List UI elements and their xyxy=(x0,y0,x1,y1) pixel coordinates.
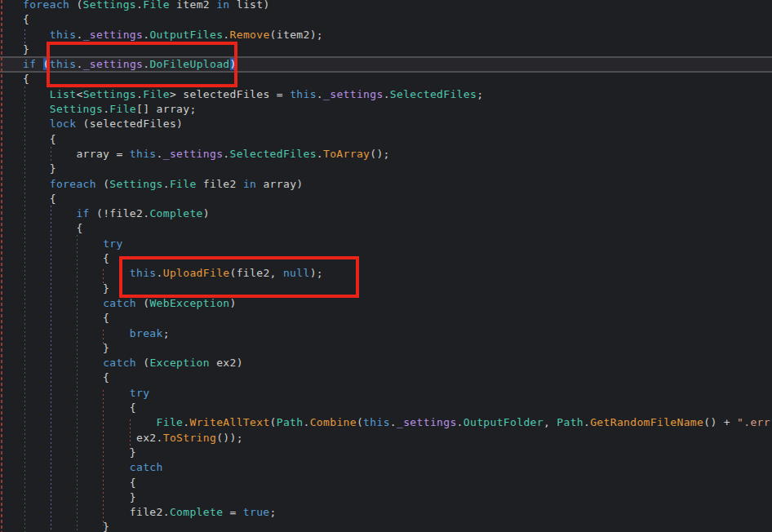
code-token: ToString xyxy=(163,432,216,444)
code-token: . xyxy=(157,267,163,279)
code-line[interactable]: foreach (Settings.File file2 in array) xyxy=(0,177,772,192)
code-token xyxy=(23,267,130,279)
code-line[interactable]: this.UploadFile(file2, null); xyxy=(0,266,772,281)
code-token: _settings xyxy=(323,88,384,100)
code-line[interactable]: } xyxy=(0,490,772,505)
code-token: DoFileUpload xyxy=(149,58,229,70)
code-token: Exception xyxy=(149,357,210,369)
code-line[interactable]: try xyxy=(0,386,772,401)
code-token: . xyxy=(317,88,323,100)
code-line[interactable]: } xyxy=(0,162,772,176)
code-line[interactable]: File.WriteAllText(Path.Combine(this._set… xyxy=(0,415,772,430)
code-token: null xyxy=(283,267,310,279)
code-line[interactable]: { xyxy=(0,251,772,266)
code-token: ) xyxy=(230,297,237,309)
code-token xyxy=(23,327,130,339)
code-line[interactable]: this._settings.OutputFiles.Remove(item2)… xyxy=(0,28,772,42)
code-line[interactable]: catch (WebException) xyxy=(0,296,772,311)
code-line[interactable]: catch xyxy=(0,460,772,475)
code-token: . xyxy=(317,148,323,160)
code-token: File xyxy=(157,416,184,428)
code-token: this xyxy=(50,29,77,41)
code-token: catch xyxy=(103,357,136,369)
code-token: . xyxy=(76,58,82,70)
code-token: Complete xyxy=(170,506,223,518)
code-token: this xyxy=(290,88,317,100)
brace-match-char: ( xyxy=(43,58,50,70)
code-token: (!file2. xyxy=(90,207,150,219)
code-line[interactable]: { xyxy=(0,311,772,326)
code-line[interactable]: { xyxy=(0,72,772,86)
code-token: UploadFile xyxy=(163,267,230,279)
code-token: catch xyxy=(130,461,163,473)
code-editor[interactable]: foreach (Settings.File item2 in list){ t… xyxy=(0,0,772,532)
code-token: WriteAllText xyxy=(189,416,269,428)
code-line[interactable]: { xyxy=(0,12,772,27)
code-token: } xyxy=(23,342,109,354)
code-line[interactable]: break; xyxy=(0,326,772,341)
code-line[interactable]: { xyxy=(0,221,772,236)
code-line[interactable]: ex2.ToString()); xyxy=(0,431,772,446)
brace-match-char: ) xyxy=(230,58,237,70)
code-line[interactable]: { xyxy=(0,476,772,490)
code-token: File xyxy=(109,103,136,115)
code-token: . xyxy=(583,416,590,428)
code-token: ) xyxy=(203,207,210,219)
code-token: in xyxy=(216,0,229,11)
code-line[interactable]: try xyxy=(0,237,772,251)
code-token: SelectedFiles xyxy=(390,88,477,100)
code-token: GetRandomFileName xyxy=(590,416,703,428)
code-line[interactable]: array = this._settings.SelectedFiles.ToA… xyxy=(0,147,772,162)
code-line[interactable]: foreach (Settings.File item2 in list) xyxy=(0,0,772,12)
code-line[interactable]: } xyxy=(0,520,772,532)
code-token: if xyxy=(23,58,36,70)
code-area[interactable]: foreach (Settings.File item2 in list){ t… xyxy=(0,0,772,532)
code-line[interactable]: file2.Complete = true; xyxy=(0,505,772,520)
code-line[interactable]: { xyxy=(0,370,772,385)
code-token: { xyxy=(23,13,29,25)
code-token: _settings xyxy=(397,416,457,428)
code-line[interactable]: if (!file2.Complete) xyxy=(0,206,772,221)
code-token: Settings xyxy=(109,178,162,190)
code-token: foreach xyxy=(23,0,69,11)
code-token: ( xyxy=(96,178,109,190)
code-token: . xyxy=(390,416,397,428)
code-token: ".err" xyxy=(737,416,772,428)
code-token: { xyxy=(23,193,56,205)
code-token: Path xyxy=(277,416,304,428)
code-line[interactable]: { xyxy=(0,192,772,206)
code-line[interactable]: } xyxy=(0,446,772,460)
code-token: item2 xyxy=(170,0,216,11)
code-token: if xyxy=(76,207,89,219)
code-line[interactable]: if (this._settings.DoFileUpload) xyxy=(0,57,772,72)
code-line[interactable]: } xyxy=(0,282,772,296)
code-token: (); xyxy=(370,148,390,160)
code-token: . xyxy=(76,29,82,41)
code-line[interactable]: } xyxy=(0,42,772,57)
code-token: (selectedFiles) xyxy=(76,117,183,130)
code-line[interactable]: lock (selectedFiles) xyxy=(0,117,772,131)
code-token: foreach xyxy=(50,178,96,190)
code-token: [] array; xyxy=(136,103,197,115)
code-token: { xyxy=(23,252,109,264)
code-line[interactable]: { xyxy=(0,132,772,147)
code-token: ; xyxy=(477,88,483,100)
code-token: () + xyxy=(703,416,737,428)
code-token: Remove xyxy=(230,29,270,41)
code-token: OutputFiles xyxy=(149,29,223,41)
code-token: . xyxy=(303,416,309,428)
code-line[interactable]: catch (Exception ex2) xyxy=(0,356,772,370)
code-line[interactable]: { xyxy=(0,401,772,415)
code-line[interactable]: Settings.File[] array; xyxy=(0,102,772,117)
code-line[interactable]: } xyxy=(0,341,772,356)
code-token xyxy=(23,387,130,399)
code-token: this xyxy=(50,58,77,70)
code-token: ( xyxy=(136,357,149,369)
code-token: list) xyxy=(230,0,270,11)
code-token: List xyxy=(50,88,77,100)
code-line[interactable]: List<Settings.File> selectedFiles = this… xyxy=(0,87,772,102)
code-token: Complete xyxy=(149,207,202,219)
code-token: Settings xyxy=(50,103,103,115)
code-token: ( xyxy=(357,416,363,428)
code-token: _settings xyxy=(83,58,144,70)
